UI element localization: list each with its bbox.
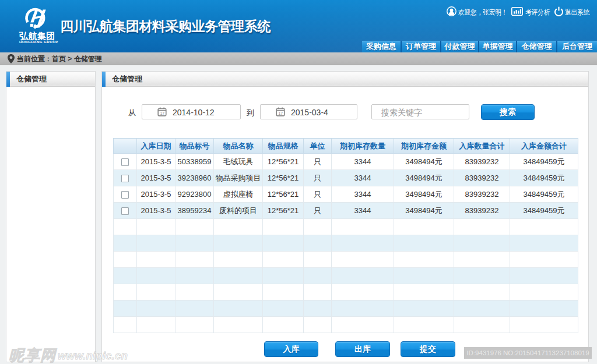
svg-text:HONGHANG GROUP: HONGHANG GROUP [19,40,58,44]
svg-text:17: 17 [278,111,283,115]
svg-text:17: 17 [160,111,164,115]
